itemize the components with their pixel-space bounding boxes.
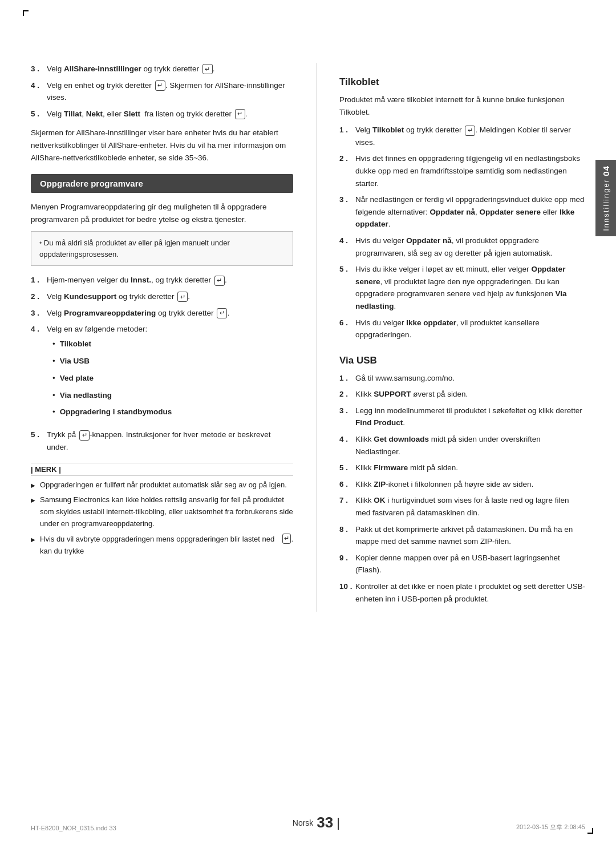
tilkoblet-title: Tilkoblet: [339, 76, 585, 88]
page-number-box: Norsk 33 |: [293, 814, 340, 831]
enter-icon: ↵: [177, 292, 188, 302]
method-item: Via USB: [52, 355, 293, 368]
list-item: 3 . Legg inn modellnummeret til produkte…: [339, 405, 585, 429]
list-item: 1 . Velg Tilkoblet og trykk deretter ↵. …: [339, 124, 585, 148]
enter-icon: ↵: [235, 109, 245, 119]
methods-list: Tilkoblet Via USB Ved plate Via nedlasti…: [47, 338, 293, 419]
list-item: 2 . Hvis det finnes en oppgradering tilg…: [339, 152, 585, 189]
page-number: 33: [317, 814, 333, 831]
page-language: Norsk: [293, 818, 314, 827]
list-item: 5 . Klikk Firmware midt på siden.: [339, 462, 585, 474]
enter-icon: ↵: [214, 276, 225, 286]
method-item: Via nedlasting: [52, 389, 293, 402]
footer-file-info: HT-E8200_NOR_0315.indd 33: [31, 825, 116, 831]
page-separator: |: [337, 815, 340, 830]
warning-text: • Du må aldri slå produktet av eller på …: [39, 237, 285, 260]
chapter-side-tab: 04 Innstillinger: [595, 160, 616, 236]
merk-label: | MERK |: [31, 463, 293, 476]
method-item: Oppgradering i standbymodus: [52, 406, 293, 419]
list-item: 5 . Trykk på ↵-knappen. Instruksjoner fo…: [31, 429, 293, 453]
via-usb-title: Via USB: [339, 355, 585, 366]
chapter-label: Innstillinger: [602, 179, 610, 231]
column-divider: [316, 63, 317, 612]
warning-box: • Du må aldri slå produktet av eller på …: [31, 231, 293, 266]
left-column: 3 . Velg AllShare-innstillinger og trykk…: [31, 63, 293, 612]
allshare-steps-list: 3 . Velg AllShare-innstillinger og trykk…: [31, 63, 293, 120]
section-intro-text: Menyen Programvareoppdatering gir deg mu…: [31, 201, 293, 225]
tilkoblet-steps-list: 1 . Velg Tilkoblet og trykk deretter ↵. …: [339, 124, 585, 341]
list-item: 9 . Kopier denne mappen over på en USB-b…: [339, 552, 585, 576]
list-item: 4 . Hvis du velger Oppdater nå, vil prod…: [339, 235, 585, 259]
list-item: 10 . Kontroller at det ikke er noen plat…: [339, 580, 585, 605]
list-item: 3 . Velg AllShare-innstillinger og trykk…: [31, 63, 293, 75]
list-item: 1 . Hjem-menyen velger du Innst., og try…: [31, 274, 293, 286]
right-column: Tilkoblet Produktet må være tilkoblet in…: [339, 63, 585, 612]
merk-item: Samsung Electronics kan ikke holdes rett…: [31, 494, 293, 530]
method-item: Tilkoblet: [52, 338, 293, 351]
enter-icon: ↵: [465, 126, 475, 136]
list-item: 4 . Velg en av følgende metoder: Tilkobl…: [31, 323, 293, 425]
method-item: Ved plate: [52, 372, 293, 385]
list-item: 7 . Klikk OK i hurtigvinduet som vises f…: [339, 494, 585, 519]
chapter-number: 04: [601, 165, 611, 176]
enter-icon: ↵: [282, 534, 291, 544]
list-item: 6 . Klikk ZIP-ikonet i filkolonnen på hø…: [339, 478, 585, 491]
via-usb-steps-list: 1 . Gå til www.samsung.com/no. 2 . Klikk…: [339, 372, 585, 605]
allshare-intro-steps: 3 . Velg AllShare-innstillinger og trykk…: [31, 63, 293, 164]
enter-icon: ↵: [155, 80, 165, 91]
list-item: 4 . Velg en enhet og trykk deretter ↵. S…: [31, 79, 293, 104]
allshare-note-text: Skjermen for AllShare-innstillinger vise…: [31, 127, 293, 164]
enter-icon: ↵: [79, 430, 90, 441]
footer-timestamp: 2012-03-15 오후 2:08:45: [516, 823, 585, 831]
list-item: 8 . Pakk ut det komprimerte arkivet på d…: [339, 523, 585, 548]
list-item: 3 . Velg Programvareoppdatering og trykk…: [31, 307, 293, 320]
list-item: 6 . Hvis du velger Ikke oppdater, vil pr…: [339, 317, 585, 341]
merk-item: Hvis du vil avbryte oppgraderingen mens …: [31, 534, 293, 558]
merk-item: Oppgraderingen er fullført når produktet…: [31, 479, 293, 491]
enter-icon: ↵: [202, 64, 213, 74]
corner-mark-top-left: [23, 10, 29, 16]
section-header-text: Oppgradere programvare: [40, 179, 143, 188]
list-item: 3 . Når nedlastingen er ferdig vil oppgr…: [339, 193, 585, 231]
list-item: 1 . Gå til www.samsung.com/no.: [339, 372, 585, 385]
list-item: 2 . Klikk SUPPORT øverst på siden.: [339, 388, 585, 401]
footer: HT-E8200_NOR_0315.indd 33 Norsk 33 | 201…: [0, 814, 616, 831]
section-header: Oppgradere programvare: [31, 174, 293, 193]
list-item: 5 . Velg Tillat, Nekt, eller Slett fra l…: [31, 108, 293, 120]
list-item: 2 . Velg Kundesupport og trykk deretter …: [31, 290, 293, 303]
enter-icon: ↵: [217, 308, 227, 318]
merk-list: Oppgraderingen er fullført når produktet…: [31, 479, 293, 558]
page: 04 Innstillinger 3 . Velg AllShare-innst…: [0, 0, 616, 844]
main-steps-list: 1 . Hjem-menyen velger du Innst., og try…: [31, 274, 293, 453]
list-item: 4 . Klikk Get downloads midt på siden un…: [339, 433, 585, 458]
tilkoblet-intro: Produktet må være tilkoblet internett fo…: [339, 94, 585, 118]
list-item: 5 . Hvis du ikke velger i løpet av ett m…: [339, 263, 585, 312]
